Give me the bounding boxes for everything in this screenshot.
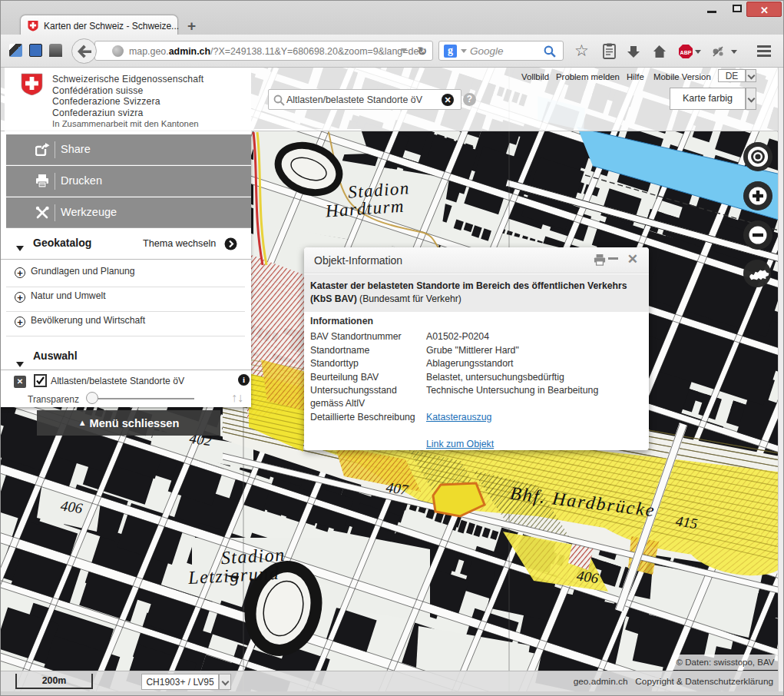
svg-text:415: 415 <box>675 512 699 532</box>
svg-text:406: 406 <box>576 567 600 586</box>
svg-text:407: 407 <box>385 479 410 498</box>
svg-text:406: 406 <box>60 497 84 516</box>
svg-text:ABP: ABP <box>680 50 692 55</box>
